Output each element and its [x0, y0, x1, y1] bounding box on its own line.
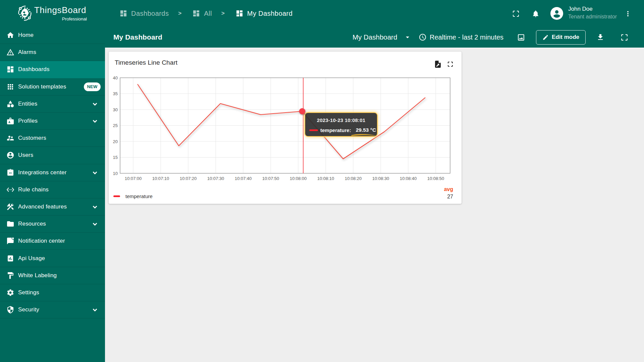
- svg-text:10:07:00: 10:07:00: [125, 176, 142, 181]
- svg-text:35: 35: [113, 91, 118, 96]
- svg-text:10:08:20: 10:08:20: [345, 176, 362, 181]
- svg-text:10:07:20: 10:07:20: [180, 176, 197, 181]
- svg-text:15: 15: [113, 155, 118, 160]
- svg-text:40: 40: [113, 75, 118, 80]
- svg-text:30: 30: [113, 107, 118, 112]
- svg-text:10:08:50: 10:08:50: [427, 176, 444, 181]
- svg-text:10:07:40: 10:07:40: [235, 176, 252, 181]
- svg-text:10: 10: [113, 171, 118, 176]
- svg-text:10:08:40: 10:08:40: [400, 176, 417, 181]
- svg-text:25: 25: [113, 123, 118, 128]
- svg-text:10:08:00: 10:08:00: [290, 176, 307, 181]
- svg-text:10:08:30: 10:08:30: [372, 176, 389, 181]
- svg-text:10:07:10: 10:07:10: [152, 176, 169, 181]
- svg-text:10:08:10: 10:08:10: [317, 176, 334, 181]
- svg-text:10:07:30: 10:07:30: [207, 176, 224, 181]
- svg-text:20: 20: [113, 139, 118, 144]
- svg-text:10:07:50: 10:07:50: [262, 176, 279, 181]
